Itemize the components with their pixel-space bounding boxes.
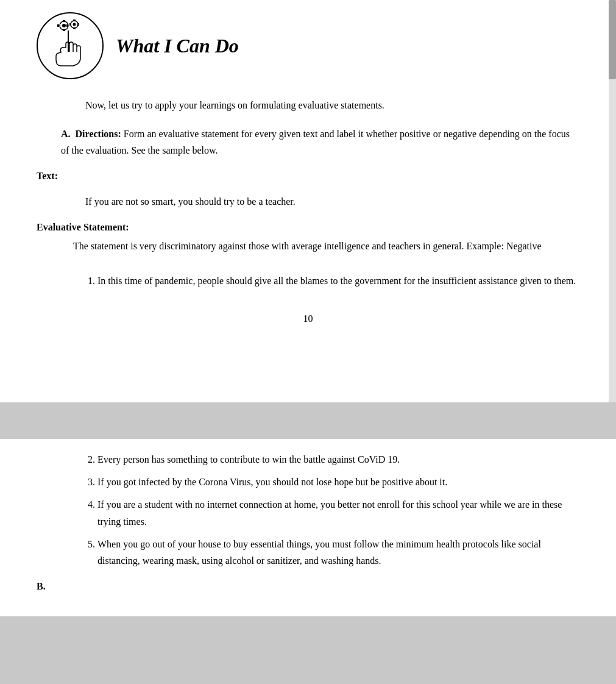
page-wrapper: What I Can Do Now, let us try to apply y… (0, 0, 616, 684)
eval-body-text: The statement is very discriminatory aga… (73, 241, 542, 251)
scrollbar-thumb[interactable] (609, 0, 616, 79)
numbered-list-page1: In this time of pandemic, people should … (97, 273, 579, 289)
svg-rect-8 (73, 20, 76, 21)
svg-rect-4 (57, 24, 59, 27)
list-item-1: In this time of pandemic, people should … (97, 273, 579, 289)
list-item-3: If you got infected by the Corona Virus,… (97, 474, 579, 490)
page-1: What I Can Do Now, let us try to apply y… (0, 0, 616, 402)
header: What I Can Do (37, 12, 579, 79)
svg-rect-3 (63, 29, 65, 31)
page-2: Every person has something to contribute… (0, 439, 616, 616)
page-divider (0, 402, 616, 439)
eval-body: The statement is very discriminatory aga… (37, 238, 579, 254)
svg-point-7 (73, 23, 76, 26)
svg-point-1 (62, 24, 66, 27)
scrollbar-track[interactable] (609, 0, 616, 402)
svg-rect-11 (77, 23, 79, 26)
list-item-2: Every person has something to contribute… (97, 451, 579, 468)
page-top-content: What I Can Do Now, let us try to apply y… (0, 0, 616, 402)
svg-rect-10 (69, 23, 71, 26)
bottom-section-label: B. (37, 581, 579, 592)
svg-rect-9 (73, 27, 76, 29)
list-item-5: When you go out of your house to buy ess… (97, 536, 579, 569)
eval-heading: Evaluative Statement: (37, 222, 579, 233)
svg-rect-5 (66, 24, 68, 27)
directions-text: Form an evaluative statement for every g… (61, 129, 570, 155)
section-a-label: A. (61, 129, 71, 139)
numbered-list-page2: Every person has something to contribute… (97, 451, 579, 569)
page-title: What I Can Do (116, 35, 239, 57)
text-heading: Text: (37, 171, 579, 182)
svg-rect-2 (63, 20, 65, 22)
text-sample: If you are not so smart, you should try … (85, 194, 579, 210)
page-number: 10 (37, 313, 579, 337)
list-item-4: If you are a student with no internet co… (97, 496, 579, 529)
logo-circle (37, 12, 104, 79)
intro-text: Now, let us try to apply your learnings … (85, 98, 579, 113)
logo-icon (43, 18, 97, 73)
directions-label: Directions: (76, 129, 121, 139)
directions-block: A. Directions: Form an evaluative statem… (61, 126, 579, 159)
